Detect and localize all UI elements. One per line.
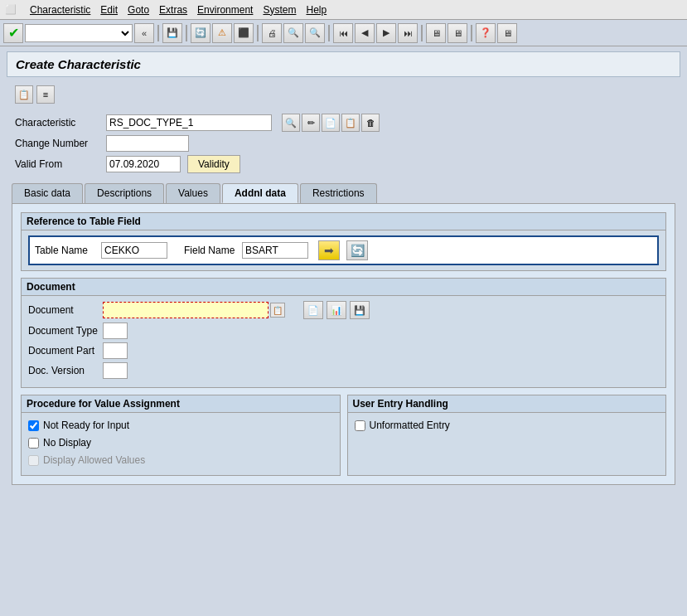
document-row: Document 📋 📄 📊 💾 [28, 301, 659, 319]
display-allowed-row: Display Allowed Values [28, 453, 333, 468]
unformatted-checkbox[interactable] [355, 420, 365, 431]
tab-basic-data[interactable]: Basic data [12, 183, 83, 203]
copy-char-btn[interactable]: 📋 [341, 114, 360, 132]
document-type-label: Document Type [28, 325, 103, 337]
save-btn[interactable]: 💾 [162, 23, 182, 43]
document-input[interactable] [103, 302, 269, 318]
new-char-btn[interactable]: 📄 [322, 114, 340, 132]
field-name-label: Field Name [184, 245, 242, 256]
procedure-section-content: Not Ready for Input No Display Display A… [22, 413, 340, 475]
monitor-btn[interactable]: 🖥 [497, 23, 517, 43]
back-btn[interactable]: « [134, 23, 154, 43]
display-allowed-label: Display Allowed Values [43, 454, 145, 466]
separator-2 [186, 25, 187, 41]
warning-btn[interactable]: ⚠ [212, 23, 232, 43]
menu-edit[interactable]: Edit [95, 2, 123, 17]
doc-version-label: Doc. Version [28, 365, 103, 376]
no-display-label: No Display [43, 437, 91, 449]
layout-btn1[interactable]: 🖥 [426, 23, 446, 43]
bottom-sections: Procedure for Value Assignment Not Ready… [21, 395, 666, 476]
procedure-section-header: Procedure for Value Assignment [22, 395, 340, 413]
separator-5 [421, 25, 423, 41]
layout-btn2[interactable]: 🖥 [448, 23, 467, 43]
action-icon-row: 📋 ≡ [7, 82, 680, 107]
valid-from-row: Valid From Validity [15, 155, 672, 173]
menu-help[interactable]: Help [301, 2, 331, 17]
hierarchy-icon-btn[interactable]: ≡ [36, 85, 55, 104]
doc-chart-btn[interactable]: 📊 [327, 301, 346, 319]
find-next-btn[interactable]: 🔍 [305, 23, 325, 43]
display-allowed-checkbox[interactable] [28, 455, 39, 466]
tab-restrictions[interactable]: Restrictions [300, 183, 377, 203]
document-type-row: Document Type [28, 323, 659, 339]
tab-panel-addnl: Reference to Table Field Table Name Fiel… [12, 203, 675, 485]
validity-button[interactable]: Validity [187, 155, 240, 173]
print-btn[interactable]: 🖨 [262, 23, 282, 43]
menu-extras[interactable]: Extras [154, 2, 192, 17]
not-ready-checkbox[interactable] [28, 420, 39, 431]
document-section-header: Document [22, 279, 665, 296]
table-field-section-header: Reference to Table Field [22, 213, 665, 230]
separator-6 [471, 25, 472, 41]
separator-1 [157, 25, 159, 41]
delete-char-btn[interactable]: 🗑 [361, 114, 380, 132]
doc-action-icons: 📄 📊 💾 [302, 301, 370, 319]
valid-from-input[interactable] [106, 156, 181, 172]
characteristic-row: Characteristic 🔍 ✏ 📄 📋 🗑 [15, 114, 672, 132]
no-display-checkbox[interactable] [28, 438, 39, 449]
toolbar: ✔ « 💾 🔄 ⚠ ⬛ 🖨 🔍 🔍 ⏮ ◀ ▶ ⏭ 🖥 🖥 ❓ 🖥 [0, 20, 687, 46]
last-btn[interactable]: ⏭ [398, 23, 418, 43]
menu-goto[interactable]: Goto [123, 2, 154, 17]
separator-3 [257, 25, 259, 41]
document-label: Document [28, 304, 103, 316]
tab-descriptions[interactable]: Descriptions [85, 183, 164, 203]
document-browse-icon[interactable]: 📋 [270, 303, 285, 318]
table-field-row: Table Name Field Name ➡ 🔄 [28, 235, 659, 265]
menu-characteristic[interactable]: Characteristic [25, 2, 95, 17]
document-type-input[interactable] [103, 323, 128, 339]
field-name-input[interactable] [242, 242, 308, 259]
valid-from-label: Valid From [15, 158, 106, 170]
doc-version-input[interactable] [103, 362, 128, 379]
document-part-label: Document Part [28, 345, 103, 357]
table-nav-btn[interactable]: ➡ [318, 240, 340, 260]
find-btn[interactable]: 🔍 [283, 23, 303, 43]
form-area: Characteristic 🔍 ✏ 📄 📋 🗑 Change Number V… [7, 110, 680, 180]
main-content: Create Characteristic 📋 ≡ Characteristic… [0, 46, 687, 490]
edit-char-btn[interactable]: ✏ [302, 114, 320, 132]
prev-btn[interactable]: ◀ [355, 23, 375, 43]
copy-icon-btn[interactable]: 📋 [15, 85, 33, 104]
help-btn[interactable]: ❓ [476, 23, 496, 43]
change-number-input[interactable] [106, 135, 189, 152]
user-entry-section-header: User Entry Handling [348, 395, 666, 413]
user-entry-section: User Entry Handling Unformatted Entry [347, 395, 667, 476]
stop-btn[interactable]: ⬛ [234, 23, 254, 43]
table-field-content: Table Name Field Name ➡ 🔄 [22, 230, 665, 270]
unformatted-row: Unformatted Entry [355, 418, 660, 433]
procedure-section: Procedure for Value Assignment Not Ready… [21, 395, 341, 476]
characteristic-label: Characteristic [15, 117, 106, 129]
find-char-btn[interactable]: 🔍 [282, 114, 300, 132]
tab-values[interactable]: Values [166, 183, 220, 203]
refresh-btn[interactable]: 🔄 [191, 23, 210, 43]
tab-addnl-data[interactable]: Addnl data [222, 183, 298, 203]
table-name-label: Table Name [35, 245, 101, 256]
doc-view-btn[interactable]: 📄 [303, 301, 323, 319]
not-ready-label: Not Ready for Input [43, 420, 129, 431]
characteristic-input[interactable] [106, 114, 272, 131]
not-ready-row: Not Ready for Input [28, 418, 333, 433]
change-number-label: Change Number [15, 138, 106, 149]
doc-save-btn[interactable]: 💾 [350, 301, 370, 319]
menu-environment[interactable]: Environment [192, 2, 258, 17]
document-part-input[interactable] [103, 342, 128, 359]
user-entry-section-content: Unformatted Entry [348, 413, 666, 440]
next-btn[interactable]: ▶ [376, 23, 396, 43]
table-name-input[interactable] [101, 242, 167, 259]
toolbar-select[interactable] [25, 24, 133, 42]
table-refresh-btn[interactable]: 🔄 [346, 240, 368, 260]
green-check-btn[interactable]: ✔ [3, 23, 23, 43]
menu-system[interactable]: System [258, 2, 301, 17]
document-section: Document Document 📋 📄 📊 💾 Document Type [21, 278, 666, 388]
first-btn[interactable]: ⏮ [333, 23, 353, 43]
page-title: Create Characteristic [16, 57, 141, 71]
